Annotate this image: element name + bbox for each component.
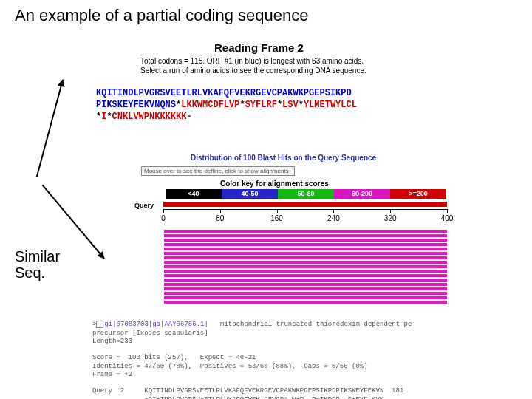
orf-line1: KQITINDLPVGRSVEETLRLVKAFQFVEKRGEVCPAKWKP… xyxy=(96,88,352,98)
blast-hint: Mouse over to see the defline, click to … xyxy=(141,166,295,176)
hit-bar[interactable] xyxy=(164,239,447,242)
ck-3: 80-200 xyxy=(334,189,390,199)
axis-line xyxy=(163,209,447,210)
reading-frame-sub2: Select a run of amino acids to see the c… xyxy=(140,66,366,75)
hit-bar[interactable] xyxy=(164,256,447,259)
query-axis-label: Query xyxy=(134,202,154,209)
hit-bar[interactable] xyxy=(164,230,447,233)
query-bar xyxy=(163,202,447,207)
ck-4: >=200 xyxy=(390,189,446,199)
hit-bar[interactable] xyxy=(164,261,447,264)
tick xyxy=(220,209,221,213)
hit-bar[interactable] xyxy=(164,279,447,282)
blast-dist-title: Distribution of 100 Blast Hits on the Qu… xyxy=(191,154,376,162)
hit-bar[interactable] xyxy=(164,248,447,250)
reading-frame-heading: Reading Frame 2 xyxy=(214,41,304,54)
protein-sequence-block: KQITINDLPVGRSVEETLRLVKAFQFVEKRGEVCPAKWKP… xyxy=(96,87,357,123)
hit-bar[interactable] xyxy=(164,296,447,299)
hit-bar[interactable] xyxy=(164,292,447,295)
hits-zone xyxy=(164,230,447,305)
hit-bar[interactable] xyxy=(164,234,447,237)
ck-1: 40-50 xyxy=(222,189,278,199)
tick xyxy=(163,209,164,213)
hit-bar[interactable] xyxy=(164,274,447,277)
tick-label: 80 xyxy=(216,214,224,222)
slide-title: An example of a partial coding sequence xyxy=(15,6,308,25)
alignment-text: >gi|67083703|gb|AAY66786.1| mitochondria… xyxy=(92,321,412,399)
tick-label: 0 xyxy=(161,214,166,222)
ck-2: 50-80 xyxy=(278,189,334,199)
hit-bar[interactable] xyxy=(164,265,447,268)
hit-bar[interactable] xyxy=(164,301,447,304)
ck-0: <40 xyxy=(166,189,222,199)
arrow-to-sequence xyxy=(36,80,64,177)
tick-label: 320 xyxy=(384,214,397,222)
similar-seq-label: Similar Seq. xyxy=(15,248,60,281)
tick xyxy=(390,209,391,213)
tick xyxy=(333,209,334,213)
tick xyxy=(277,209,278,213)
hit-bar[interactable] xyxy=(164,270,447,273)
hit-bar[interactable] xyxy=(164,283,447,286)
tick-label: 160 xyxy=(270,214,283,222)
hit-bar[interactable] xyxy=(164,243,447,246)
color-key-title: Color key for alignment scores xyxy=(220,180,329,188)
color-key-row: <40 40-50 50-80 80-200 >=200 xyxy=(166,189,446,199)
tick-label: 400 xyxy=(441,214,454,222)
tick-label: 240 xyxy=(327,214,340,222)
hit-accession-link[interactable]: gi|67083703|gb|AAY66786.1| xyxy=(104,321,208,328)
checkbox-icon[interactable] xyxy=(96,321,103,328)
tick xyxy=(447,209,448,213)
reading-frame-sub1: Total codons = 115. ORF #1 (in blue) is … xyxy=(140,57,364,65)
orf-line2: PIKSKEYFEKVNQNS xyxy=(96,100,176,110)
hit-bar[interactable] xyxy=(164,287,447,290)
hit-bar[interactable] xyxy=(164,252,447,255)
